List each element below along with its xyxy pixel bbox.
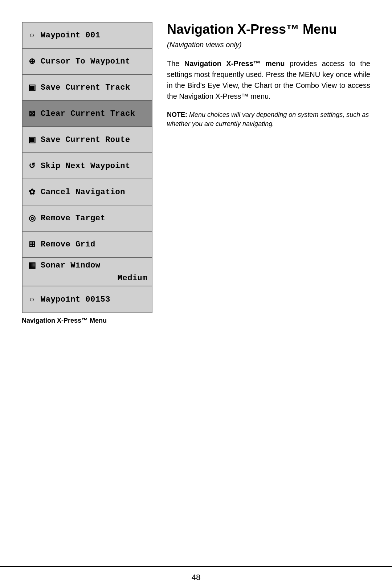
menu-item-remove-grid[interactable]: ⊞ Remove Grid <box>23 232 152 258</box>
clear-track-icon: ⊠ <box>27 109 37 118</box>
menu-item-sonar-window[interactable]: ▦ Sonar Window Medium <box>23 258 152 286</box>
page-title: Navigation X-Press™ Menu <box>167 22 370 37</box>
menu-item-label: Cancel Navigation <box>41 188 125 197</box>
waypoint-icon: ○ <box>27 30 37 40</box>
menu-item-waypoint-00153[interactable]: ○ Waypoint 00153 <box>23 286 152 313</box>
save-route-icon: ▣ <box>27 135 37 144</box>
menu-caption: Navigation X-Press™ Menu <box>22 317 152 324</box>
sonar-window-value: Medium <box>118 274 147 283</box>
cancel-nav-icon: ✿ <box>27 187 37 197</box>
page-description: The Navigation X-Press™ menu provides ac… <box>167 58 370 102</box>
page-content: ○ Waypoint 001 ⊕ Cursor To Waypoint ▣ Sa… <box>0 0 392 588</box>
menu-item-cursor-to-waypoint[interactable]: ⊕ Cursor To Waypoint <box>23 49 152 75</box>
menu-item-skip-next-waypoint[interactable]: ↺ Skip Next Waypoint <box>23 153 152 179</box>
menu-item-label: Clear Current Track <box>41 109 135 118</box>
menu-item-label: Waypoint 001 <box>41 31 100 40</box>
menu-item-clear-current-track[interactable]: ⊠ Clear Current Track <box>23 101 152 127</box>
note-label: NOTE: <box>167 111 187 118</box>
menu-item-label: Waypoint 00153 <box>41 295 110 304</box>
remove-target-icon: ◎ <box>27 213 37 223</box>
menu-item-remove-target[interactable]: ◎ Remove Target <box>23 205 152 232</box>
note-text: Menu choices will vary depending on syst… <box>167 111 369 127</box>
page-number: 48 <box>192 573 200 582</box>
menu-item-label: Sonar Window <box>41 261 100 270</box>
menu-item-save-current-route[interactable]: ▣ Save Current Route <box>23 127 152 153</box>
remove-grid-icon: ⊞ <box>27 240 37 249</box>
content-column: Navigation X-Press™ Menu (Navigation vie… <box>167 22 370 559</box>
menu-item-label: Skip Next Waypoint <box>41 162 130 171</box>
menu-item-label: Cursor To Waypoint <box>41 57 130 66</box>
menu-item-label: Remove Target <box>41 214 105 223</box>
menu-item-label: Save Current Route <box>41 135 130 144</box>
menu-item-label: Remove Grid <box>41 240 95 249</box>
cursor-icon: ⊕ <box>27 57 37 66</box>
sonar-window-icon: ▦ <box>27 261 37 270</box>
menu-item-label: Save Current Track <box>41 83 130 92</box>
menu-list: ○ Waypoint 001 ⊕ Cursor To Waypoint ▣ Sa… <box>22 22 152 313</box>
page-footer: 48 <box>0 566 392 588</box>
menu-column: ○ Waypoint 001 ⊕ Cursor To Waypoint ▣ Sa… <box>22 22 152 559</box>
menu-item-cancel-navigation[interactable]: ✿ Cancel Navigation <box>23 179 152 205</box>
page-subtitle: (Navigation views only) <box>167 41 370 52</box>
menu-item-save-current-track[interactable]: ▣ Save Current Track <box>23 75 152 101</box>
waypoint-00153-icon: ○ <box>27 295 37 304</box>
page-note: NOTE: Menu choices will vary depending o… <box>167 110 370 128</box>
menu-item-waypoint-001[interactable]: ○ Waypoint 001 <box>23 23 152 49</box>
skip-waypoint-icon: ↺ <box>27 161 37 171</box>
save-track-icon: ▣ <box>27 83 37 92</box>
